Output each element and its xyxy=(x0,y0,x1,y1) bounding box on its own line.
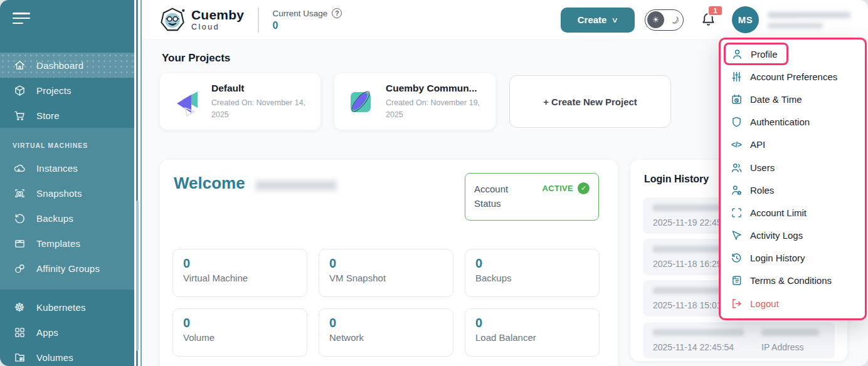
restore-icon xyxy=(13,211,26,225)
logout-icon xyxy=(729,296,743,310)
project-default-icon xyxy=(171,86,201,117)
menu-item-label: Authentication xyxy=(750,117,810,127)
project-card-default[interactable]: Default Created On: November 14, 2025 xyxy=(160,73,320,130)
current-usage-value: 0 xyxy=(273,20,342,31)
sidebar-item-projects[interactable]: Projects xyxy=(0,78,134,103)
sun-icon[interactable]: ☀ xyxy=(647,11,664,28)
stat-card-virtual-machine: 0 Virtual Machine xyxy=(172,249,307,297)
stat-label: Volume xyxy=(183,332,297,343)
stat-value: 0 xyxy=(475,316,589,330)
project-created-date: Created On: November 19, 2025 xyxy=(386,97,484,120)
sidebar-section-virtual-machines: VIRTUAL MACHINES Instances Snapshots xyxy=(0,128,134,290)
login-ip-redacted xyxy=(761,329,819,336)
home-icon xyxy=(13,58,26,72)
menu-item-label: Login History xyxy=(750,253,805,263)
stat-label: Backups xyxy=(475,273,589,283)
menu-item-label: Account Limit xyxy=(750,207,807,218)
sidebar-item-templates[interactable]: Templates xyxy=(0,231,134,256)
account-status-value: ACTIVE xyxy=(542,184,573,193)
menu-item-date-time[interactable]: Date & Time xyxy=(721,88,865,110)
menu-item-profile[interactable]: Profile xyxy=(721,43,865,65)
help-icon[interactable]: ? xyxy=(332,8,342,18)
brand-lockup: Cuemby Cloud xyxy=(191,8,244,31)
stat-card-vm-snapshot: 0 VM Snapshot xyxy=(319,249,453,297)
menu-item-label: Roles xyxy=(750,185,774,196)
app-frame: Dashboard Projects Store VIRTUAL MACHINE… xyxy=(0,0,868,366)
welcome-card: Welcome Account Status ACTIVE ✓ 0 Virtua… xyxy=(160,160,618,366)
person-icon xyxy=(730,47,744,61)
create-new-project-label: + Create New Project xyxy=(543,97,637,107)
resource-stats-grid: 0 Virtual Machine 0 VM Snapshot 0 Backup… xyxy=(172,249,600,357)
sidebar-item-label: Backups xyxy=(36,213,73,224)
sidebar-item-label: Volumes xyxy=(36,352,73,363)
sidebar: Dashboard Projects Store VIRTUAL MACHINE… xyxy=(0,0,134,366)
menu-item-roles[interactable]: Roles xyxy=(721,179,865,201)
history-clock-icon xyxy=(729,251,743,265)
menu-item-api[interactable]: </> API xyxy=(721,133,865,156)
cloud-icon xyxy=(13,161,26,175)
login-history-row: 2025-11-14 22:45:54 IP Address xyxy=(643,322,835,358)
stat-value: 0 xyxy=(329,316,443,330)
sidebar-item-apps[interactable]: Apps xyxy=(0,320,134,345)
sidebar-item-label: Affinity Groups xyxy=(36,263,100,274)
cart-icon xyxy=(13,108,26,122)
current-usage-block: Current Usage ? 0 xyxy=(273,8,342,31)
circles-icon xyxy=(13,261,26,275)
projects-section-title: Your Projects xyxy=(162,52,230,65)
sidebar-item-snapshots[interactable]: Snapshots xyxy=(0,180,134,206)
sidebar-item-backups[interactable]: Backups xyxy=(0,206,134,231)
menu-item-label: Account Preferences xyxy=(750,71,837,82)
project-card-cuemby-community[interactable]: Cuemby Commun... Created On: November 19… xyxy=(334,73,495,130)
sidebar-item-affinity-groups[interactable]: Affinity Groups xyxy=(0,256,134,281)
theme-toggle[interactable]: ☀ ☾ xyxy=(645,9,684,31)
menu-item-label: Terms & Conditions xyxy=(750,275,832,286)
sidebar-item-label: Dashboard xyxy=(36,60,83,71)
sidebar-item-label: Apps xyxy=(36,327,58,338)
project-created-date: Created On: November 14, 2025 xyxy=(211,97,309,120)
current-usage-label: Current Usage xyxy=(273,9,328,18)
menu-item-label: Activity Logs xyxy=(750,230,803,241)
menu-item-label: API xyxy=(750,139,765,150)
account-status-box: Account Status ACTIVE ✓ xyxy=(465,173,599,221)
notifications-button[interactable]: 1 xyxy=(700,11,717,29)
sidebar-item-label: Snapshots xyxy=(36,188,82,199)
create-new-project-button[interactable]: + Create New Project xyxy=(509,75,671,128)
profile-highlight-box: Profile xyxy=(724,43,788,65)
menu-item-account-preferences[interactable]: Account Preferences xyxy=(721,65,865,88)
menu-item-label: Profile xyxy=(751,49,778,60)
project-name: Default xyxy=(211,83,309,94)
sidebar-item-instances[interactable]: Instances xyxy=(0,155,134,180)
avatar[interactable]: MS xyxy=(732,6,759,33)
login-ip-label: IP Address xyxy=(761,342,819,352)
sidebar-item-kubernetes[interactable]: ☸ Kubernetes xyxy=(0,295,134,320)
sidebar-scrollbar-thumb[interactable] xyxy=(136,201,139,351)
app-window: Dashboard Projects Store VIRTUAL MACHINE… xyxy=(0,0,868,366)
stat-card-load-balancer: 0 Load Balancer xyxy=(465,308,600,357)
sidebar-item-store[interactable]: Store xyxy=(0,103,134,128)
frame-corners-icon xyxy=(729,206,743,219)
moon-icon[interactable]: ☾ xyxy=(668,13,682,28)
username-redacted xyxy=(768,12,855,28)
menu-item-activity-logs[interactable]: Activity Logs xyxy=(721,224,865,247)
scroll-icon xyxy=(729,274,743,288)
menu-item-label: Users xyxy=(750,162,775,173)
user-dropdown-menu: Profile Account Preferences Date & Time … xyxy=(719,38,867,320)
chevron-down-icon: ∨ xyxy=(611,16,619,24)
menu-item-terms-conditions[interactable]: Terms & Conditions xyxy=(721,269,865,292)
stat-value: 0 xyxy=(329,256,443,271)
menu-item-authentication[interactable]: Authentication xyxy=(721,111,865,133)
sidebar-item-dashboard[interactable]: Dashboard xyxy=(0,53,134,78)
sidebar-item-volumes[interactable]: Volumes xyxy=(0,345,134,366)
top-header: Cuemby Cloud Current Usage ? 0 Create ∨ … xyxy=(142,0,868,40)
menu-item-login-history[interactable]: Login History xyxy=(721,247,865,269)
hamburger-menu-icon[interactable] xyxy=(13,13,31,28)
menu-item-label: Logout xyxy=(750,298,779,309)
menu-item-users[interactable]: Users xyxy=(721,156,865,179)
stat-label: Load Balancer xyxy=(475,332,589,343)
menu-item-logout[interactable]: Logout xyxy=(721,292,865,315)
create-button[interactable]: Create ∨ xyxy=(561,8,635,33)
camera-icon xyxy=(13,186,26,200)
check-circle-icon: ✓ xyxy=(578,182,590,194)
stat-value: 0 xyxy=(183,316,297,330)
menu-item-account-limit[interactable]: Account Limit xyxy=(721,201,865,224)
